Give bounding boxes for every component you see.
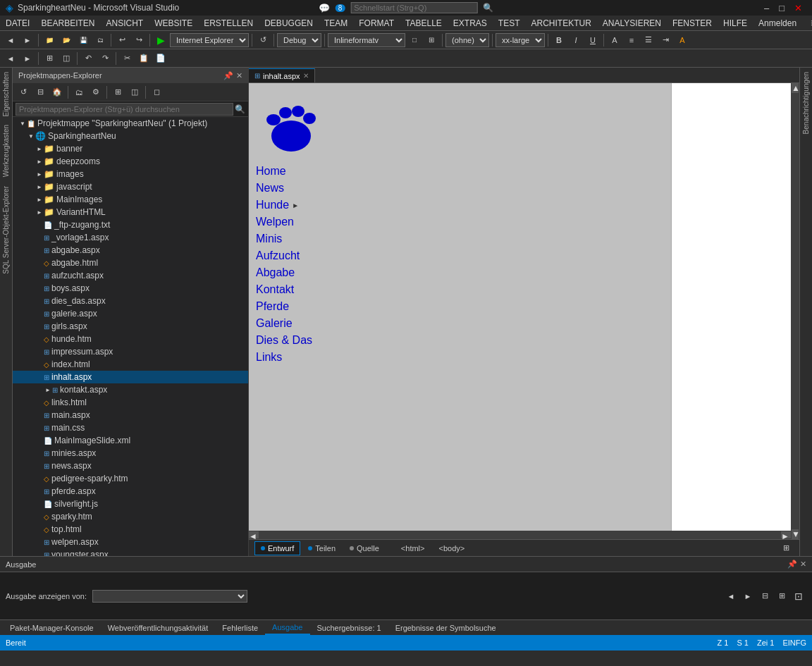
save-all-button[interactable]: 🗂: [92, 33, 108, 47]
scrollbar-up[interactable]: ▲: [792, 83, 799, 93]
format-button2[interactable]: ⊞: [424, 33, 439, 47]
notification-icon[interactable]: 💬: [319, 3, 330, 13]
menu-datei[interactable]: DATEI: [0, 16, 35, 30]
file-minies[interactable]: ⊞ minies.aspx: [13, 447, 248, 460]
menu-analysieren[interactable]: ANALYSIEREN: [597, 16, 667, 30]
output-btn4[interactable]: ⊞: [774, 589, 789, 603]
file-hunde-htm[interactable]: ◇ hunde.htm: [13, 333, 248, 345]
menu-tabelle[interactable]: TABELLE: [400, 16, 448, 30]
vtab-werkzeugkasten[interactable]: Werkzeugkasten: [1, 121, 11, 181]
output-btn5[interactable]: ⊡: [791, 589, 806, 603]
inline-format-select[interactable]: Inlineformatv: [328, 33, 405, 47]
file-abgabe-aspx[interactable]: ⊞ abgabe.aspx: [13, 244, 248, 257]
home-button[interactable]: 🏠: [49, 85, 65, 99]
file-news[interactable]: ⊞ news.aspx: [13, 460, 248, 472]
output-btn3[interactable]: ⊟: [757, 589, 773, 603]
scrollbar-down[interactable]: ▼: [792, 529, 799, 539]
folder-varianthtml[interactable]: ► 📁 VariantHTML: [13, 206, 248, 218]
refresh-tree-button[interactable]: ↺: [16, 85, 31, 99]
menu-format[interactable]: FORMAT: [353, 16, 400, 30]
tb2-btn3[interactable]: ⊞: [42, 51, 57, 66]
menu-bearbeiten[interactable]: BEARBEITEN: [35, 16, 100, 30]
redo-button[interactable]: ↪: [131, 33, 147, 47]
sidebar-search-input[interactable]: [16, 103, 233, 116]
sidebar-search-icon[interactable]: 🔍: [235, 104, 245, 114]
tb2-btn8[interactable]: 📋: [136, 51, 152, 66]
file-silverlight[interactable]: 📄 silverlight.js: [13, 498, 248, 510]
format-options-button[interactable]: □: [407, 33, 422, 47]
file-pedigree-sparky[interactable]: ◇ pedigree-sparky.htm: [13, 472, 248, 485]
nav-hunde[interactable]: Hunde ►: [256, 197, 664, 214]
close-button[interactable]: ✕: [790, 3, 806, 13]
vs-settings-icon[interactable]: ≡: [805, 16, 812, 30]
file-links-html[interactable]: ◇ links.html: [13, 396, 248, 409]
forward-button[interactable]: ►: [20, 33, 35, 47]
scroll-right[interactable]: ►: [781, 531, 791, 538]
menu-architektur[interactable]: ARCHITEKTUR: [526, 16, 597, 30]
file-welpen[interactable]: ⊞ welpen.aspx: [13, 536, 248, 548]
nav-kontakt[interactable]: Kontakt: [256, 281, 664, 298]
vtab-benachrichtigungen[interactable]: Benachrichtigungen: [801, 68, 811, 138]
scroll-left[interactable]: ◄: [249, 531, 259, 538]
tb2-btn1[interactable]: ◄: [3, 51, 18, 66]
btm-fehlerliste[interactable]: Fehlerliste: [215, 620, 265, 635]
debug-select[interactable]: Debug: [277, 33, 321, 47]
horizontal-scrollbar[interactable]: ◄ ►: [249, 531, 791, 539]
btm-ausgabe[interactable]: Ausgabe: [265, 620, 309, 635]
teilen-tab[interactable]: Teilen: [302, 541, 342, 555]
file-main-css[interactable]: ⊞ main.css: [13, 421, 248, 434]
tb2-btn2[interactable]: ►: [20, 51, 35, 66]
btm-paket-manager[interactable]: Paket-Manager-Konsole: [3, 620, 101, 635]
file-sparky[interactable]: ◇ sparky.htm: [13, 510, 248, 523]
menu-test[interactable]: TEST: [493, 16, 526, 30]
file-impressum[interactable]: ⊞ impressum.aspx: [13, 345, 248, 358]
project-solution-item[interactable]: ▼ 📋 Projektmappe "SparkingheartNeu" (1 P…: [13, 117, 248, 130]
show-files-button[interactable]: 🗂: [71, 85, 87, 99]
indent-button[interactable]: ⇥: [658, 33, 673, 47]
nav-galerie[interactable]: Galerie: [256, 315, 664, 332]
output-pin-icon[interactable]: 📌: [787, 560, 797, 569]
menu-hilfe[interactable]: HILFE: [718, 16, 753, 30]
back-button[interactable]: ◄: [3, 33, 18, 47]
nav-home[interactable]: Home: [256, 163, 664, 180]
file-inhalt-aspx[interactable]: ⊞ inhalt.aspx: [13, 371, 248, 383]
tab-close-button[interactable]: ✕: [303, 72, 309, 80]
properties-button[interactable]: ⊞: [110, 85, 125, 99]
filter-button[interactable]: ⚙: [88, 85, 104, 99]
undo-button[interactable]: ↩: [114, 33, 130, 47]
underline-button[interactable]: U: [585, 33, 601, 47]
search-icon[interactable]: 🔍: [483, 3, 493, 13]
tree-area[interactable]: ▼ 📋 Projektmappe "SparkingheartNeu" (1 P…: [13, 117, 248, 556]
file-galerie-aspx[interactable]: ⊞ galerie.aspx: [13, 307, 248, 320]
minimize-button[interactable]: –: [760, 3, 773, 13]
folder-deepzooms[interactable]: ► 📁 deepzooms: [13, 155, 248, 168]
collapse-tree-button[interactable]: ⊟: [32, 85, 48, 99]
btm-symbolsuche[interactable]: Ergebnisse der Symbolsuche: [388, 620, 503, 635]
refresh-button[interactable]: ↺: [255, 33, 271, 47]
tb2-btn7[interactable]: ✂: [119, 51, 135, 66]
menu-team[interactable]: TEAM: [319, 16, 353, 30]
align-button[interactable]: ≡: [624, 33, 639, 47]
maximize-button[interactable]: □: [775, 3, 789, 13]
bold-button[interactable]: B: [551, 33, 567, 47]
list-button[interactable]: ☰: [641, 33, 656, 47]
file-youngster[interactable]: ⊞ youngster.aspx: [13, 548, 248, 556]
tb2-btn4[interactable]: ◫: [59, 51, 74, 66]
close-sidebar-icon[interactable]: ✕: [236, 71, 242, 80]
browser-select[interactable]: Internet Explorer: [170, 33, 249, 47]
btm-suchergebnisse[interactable]: Suchergebnisse: 1: [310, 620, 388, 635]
size-select[interactable]: xx-large: [496, 33, 545, 47]
menu-debuggen[interactable]: DEBUGGEN: [259, 16, 319, 30]
editor-expand-button[interactable]: ⊞: [778, 541, 794, 555]
nav-news[interactable]: News: [256, 180, 664, 197]
file-index-html[interactable]: ◇ index.html: [13, 358, 248, 371]
nav-aufzucht[interactable]: Aufzucht: [256, 247, 664, 264]
file-boys[interactable]: ⊞ boys.aspx: [13, 282, 248, 295]
nav-welpen[interactable]: Welpen: [256, 214, 664, 230]
vtab-eigenschaften[interactable]: Eigenschaften: [1, 68, 11, 121]
output-source-select[interactable]: [92, 590, 247, 603]
folder-banner[interactable]: ► 📁 banner: [13, 142, 248, 155]
class-select[interactable]: (ohne): [445, 33, 489, 47]
font-button[interactable]: A: [607, 33, 622, 47]
preview-button[interactable]: ◫: [127, 85, 142, 99]
